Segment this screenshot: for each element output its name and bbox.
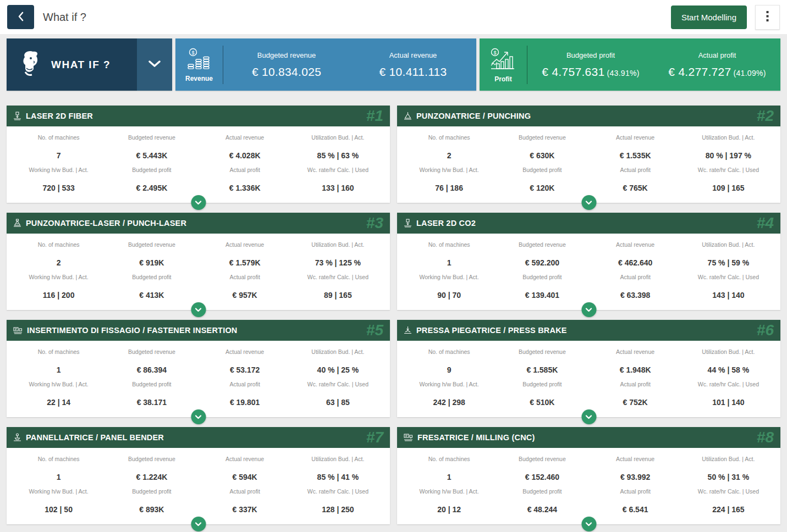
what-if-panel[interactable]: WHAT IF ? — [7, 38, 172, 91]
stat-label: Budgeted profit — [106, 274, 197, 280]
card-expand-button[interactable] — [581, 302, 596, 317]
workcenter-card: LASER 2D FIBER #1 No. of machines 7 Budg… — [7, 106, 390, 203]
stat-no-of-machines: No. of machines 2 — [12, 239, 105, 271]
stat-value: 2 — [13, 258, 104, 267]
stat-label: Actual revenue — [590, 134, 681, 141]
card-expand-button[interactable] — [581, 517, 596, 531]
stat-budgeted-profit: Budgeted profit € 120K — [496, 164, 588, 196]
workcenter-card: PUNZONATRICE-LASER / PUNCH-LASER #3 No. … — [7, 213, 390, 310]
stat-budgeted-revenue: Budgeted revenue € 5.443K — [105, 131, 198, 164]
card-expand-button[interactable] — [191, 195, 206, 210]
stat-value: 22 | 14 — [13, 398, 104, 407]
summary-strip: WHAT IF ? $ Revenue — [7, 38, 780, 91]
back-button[interactable] — [7, 5, 34, 29]
what-if-label: WHAT IF ? — [51, 59, 111, 71]
stat-wc-rate: Wc. rate/hr Calc. | Used 63 | 85 — [291, 378, 384, 411]
stat-label: Utilization Bud. | Act. — [293, 241, 383, 248]
stat-value: € 765K — [590, 184, 681, 192]
stat-actual-profit: Actual profit € 63.398 — [589, 271, 682, 303]
card-number: #1 — [366, 107, 383, 125]
stat-label: Budgeted revenue — [223, 51, 350, 59]
stat-value: 1 — [404, 473, 494, 481]
stat-value: 242 | 298 — [404, 398, 494, 407]
stat-label: Wc. rate/hr Calc. | Used — [293, 488, 383, 495]
stat-value: € 893K — [106, 505, 197, 514]
stat-value: 76 | 186 — [404, 184, 494, 192]
stat-label: Working h/w Bud. | Act. — [404, 488, 494, 495]
card-expand-button[interactable] — [191, 517, 206, 531]
workcenter-card: PUNZONATRICE / PUNCHING #2 No. of machin… — [397, 106, 780, 203]
stat-value: 133 | 160 — [293, 184, 383, 192]
stat-wc-rate: Wc. rate/hr Calc. | Used 133 | 160 — [291, 164, 384, 196]
card-title: PUNZONATRICE-LASER / PUNCH-LASER — [26, 219, 362, 228]
svg-text:$: $ — [493, 50, 496, 56]
stat-label: Actual profit — [200, 381, 290, 387]
card-title: LASER 2D FIBER — [26, 112, 362, 120]
stat-working-hours: Working h/w Bud. | Act. 116 | 200 — [12, 271, 105, 303]
card-header: LASER 2D CO2 #4 — [397, 213, 780, 234]
stat-actual-profit: Actual profit € 6.541 — [589, 485, 682, 518]
stat-value: 50 % | 31 % — [683, 473, 774, 481]
panel-bender-machine-icon — [13, 433, 21, 442]
stat-label: Wc. rate/hr Calc. | Used — [293, 167, 383, 173]
actual-profit-stat: Actual profit € 4.277.727(41.09%) — [654, 51, 780, 79]
stat-working-hours: Working h/w Bud. | Act. 90 | 70 — [403, 271, 496, 303]
stat-label: Actual profit — [654, 51, 780, 59]
stat-no-of-machines: No. of machines 7 — [12, 131, 105, 164]
stat-label: No. of machines — [13, 456, 104, 462]
stat-value: € 93.992 — [590, 473, 681, 481]
stat-budgeted-profit: Budgeted profit € 38.171 — [105, 378, 198, 411]
stat-value: 90 | 70 — [404, 291, 494, 300]
card-expand-button[interactable] — [581, 195, 596, 210]
stat-value: 75 % | 59 % — [683, 258, 774, 267]
card-title: PUNZONATRICE / PUNCHING — [416, 112, 752, 120]
stat-percent: (43.91%) — [607, 69, 640, 77]
stat-label: Utilization Bud. | Act. — [683, 348, 774, 355]
stat-label: Working h/w Bud. | Act. — [13, 488, 104, 495]
stat-value: € 139.401 — [497, 291, 587, 300]
stat-value: 101 | 140 — [683, 398, 774, 407]
stat-budgeted-revenue: Budgeted revenue € 1.585K — [496, 346, 588, 378]
stat-label: Wc. rate/hr Calc. | Used — [683, 274, 774, 280]
stat-budgeted-profit: Budgeted profit € 48.244 — [496, 485, 588, 518]
stat-value: € 1.579K — [200, 258, 290, 267]
stat-label: Budgeted profit — [497, 274, 587, 280]
stat-label: Utilization Bud. | Act. — [293, 456, 383, 462]
stat-label: Actual profit — [200, 167, 290, 173]
card-body: No. of machines 1 Budgeted revenue € 86.… — [7, 341, 390, 411]
stat-no-of-machines: No. of machines 1 — [403, 453, 496, 485]
stat-value: € 4.757.631(43.91%) — [527, 65, 654, 79]
card-expand-button[interactable] — [191, 409, 206, 424]
stat-actual-profit: Actual profit € 19.801 — [199, 378, 291, 411]
page-title: What if ? — [43, 11, 86, 24]
kebab-menu-button[interactable] — [755, 5, 780, 30]
stat-label: Budgeted revenue — [497, 134, 587, 141]
stat-percent: (41.09%) — [734, 69, 766, 77]
fastener-machine-icon — [13, 326, 23, 335]
card-expand-button[interactable] — [191, 302, 206, 317]
stat-actual-profit: Actual profit € 752K — [589, 378, 682, 411]
stat-actual-revenue: Actual revenue € 1.535K — [589, 131, 682, 164]
card-expand-button[interactable] — [581, 409, 596, 424]
stat-utilization: Utilization Bud. | Act. 80 % | 197 % — [682, 131, 775, 164]
workcenter-card: PRESSA PIEGATRICE / PRESS BRAKE #6 No. o… — [397, 320, 780, 417]
stat-actual-revenue: Actual revenue € 4.028K — [199, 131, 291, 164]
stat-working-hours: Working h/w Bud. | Act. 242 | 298 — [403, 378, 496, 411]
stat-value: 73 % | 125 % — [293, 258, 383, 267]
stat-value: € 1.336K — [200, 184, 290, 192]
stat-value: 89 | 165 — [293, 291, 383, 300]
stat-actual-profit: Actual profit € 957K — [199, 271, 291, 303]
stat-value: € 10.411.113 — [350, 65, 476, 79]
stat-budgeted-revenue: Budgeted revenue € 86.394 — [105, 346, 198, 378]
growth-chart-icon: $ — [489, 47, 518, 74]
card-header: FRESATRICE / MILLING (CNC) #8 — [397, 427, 780, 448]
start-modelling-button[interactable]: Start Modelling — [671, 5, 747, 29]
stat-value: 63 | 85 — [293, 398, 383, 407]
stat-utilization: Utilization Bud. | Act. 44 % | 58 % — [682, 346, 775, 378]
chevron-left-icon — [17, 12, 25, 23]
stat-label: Utilization Bud. | Act. — [683, 134, 774, 141]
stat-label: Actual revenue — [590, 456, 681, 462]
stat-value: € 462.640 — [590, 258, 681, 267]
stat-label: Working h/w Bud. | Act. — [13, 167, 104, 173]
what-if-expand-button[interactable] — [137, 38, 172, 91]
